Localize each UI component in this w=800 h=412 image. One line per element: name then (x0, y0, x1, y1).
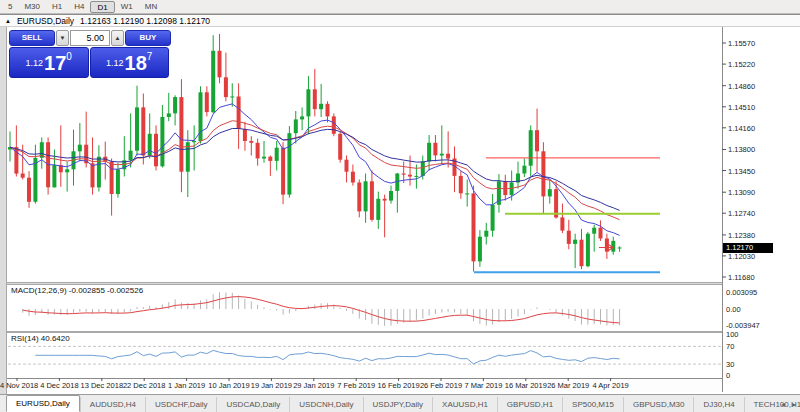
timeframe-button-m30[interactable]: M30 (18, 1, 46, 13)
timeframe-button-w1[interactable]: W1 (115, 1, 139, 13)
macd-signal-line (23, 297, 620, 323)
tab-usdchf-daily[interactable]: USDCHF,Daily (145, 397, 216, 412)
timeframe-button-h1[interactable]: H1 (46, 1, 68, 13)
ma-10-line (10, 104, 620, 236)
tab-usdcad-daily[interactable]: USDCAD,Daily (216, 397, 289, 412)
tab-dj30-h4[interactable]: DJ30,H4 (693, 397, 743, 412)
timeframe-button-d1[interactable]: D1 (90, 1, 114, 13)
tab-xauusd-h1[interactable]: XAUUSD,H1 (432, 397, 497, 412)
timeframe-button-5[interactable]: 5 (2, 1, 18, 13)
price-arrow-marker (599, 245, 613, 251)
ma-30-line (10, 129, 620, 211)
chart-title: EURUSD,Daily (17, 16, 74, 26)
timeframe-toolbar[interactable]: 5M30H1H4D1W1MN (0, 0, 800, 14)
macd-label: MACD(12,26,9) -0.002855 -0.002526 (11, 286, 143, 295)
rsi-line (35, 350, 619, 364)
tab-gbpusd-m30[interactable]: GBPUSD,M30 (623, 397, 694, 412)
chart-canvas[interactable] (0, 27, 800, 392)
buy-button[interactable]: BUY (125, 30, 171, 46)
ma-21-line (10, 121, 620, 220)
tab-gbpusd-h1[interactable]: GBPUSD,H1 (497, 397, 562, 412)
tab-sp500-m15[interactable]: SP500,M15 (562, 397, 623, 412)
current-price-tag: 1.12170 (723, 243, 773, 253)
tabs-scroll-left-icon[interactable]: ◂ (779, 400, 787, 409)
tab-eurusd-daily[interactable]: EURUSD,Daily (6, 395, 80, 412)
window-menu-icon[interactable]: ▲ (5, 18, 11, 24)
rsi-label: RSI(14) 40.6420 (11, 334, 70, 343)
tab-audusd-h4[interactable]: AUDUSD,H4 (80, 397, 145, 412)
chart-title-quotes: 1.12163 1.12190 1.12098 1.12170 (80, 16, 210, 26)
timeframe-button-h4[interactable]: H4 (68, 1, 90, 13)
timeframe-button-mn[interactable]: MN (139, 1, 163, 13)
ask-price-panel[interactable]: 1.12 18 7 (90, 47, 170, 78)
volume-decrease-button[interactable]: ▼ (56, 30, 69, 46)
chart-tabs-bar: EURUSD,DailyAUDUSD,H4USDCHF,DailyUSDCAD,… (0, 394, 800, 412)
tab-usdcnh-daily[interactable]: USDCNH,Daily (289, 397, 362, 412)
bid-price-panel[interactable]: 1.12 17 0 (9, 47, 89, 78)
volume-input[interactable] (70, 30, 110, 46)
sell-button[interactable]: SELL (9, 30, 55, 46)
tabs-scroll-right-icon[interactable]: ▸ (790, 400, 798, 409)
chart-window-titlebar: ▲ EURUSD,Daily 1.12163 1.12190 1.12098 1… (0, 14, 800, 27)
one-click-trading-panel: SELL ▼ ▲ BUY 1.12 17 0 1.12 18 7 (9, 30, 169, 78)
volume-increase-button[interactable]: ▲ (111, 30, 124, 46)
tab-usdjpy-daily[interactable]: USDJPY,Daily (363, 397, 433, 412)
